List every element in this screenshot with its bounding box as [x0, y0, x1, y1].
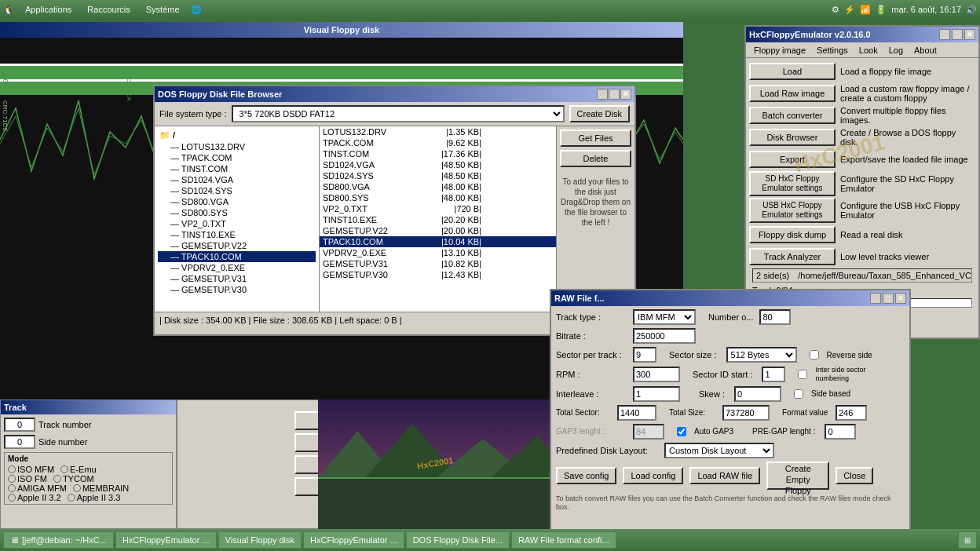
- floppy-maximize-btn[interactable]: □: [609, 89, 620, 100]
- hxc-dump-btn[interactable]: Floppy disk dump: [749, 226, 836, 243]
- systeme-menu[interactable]: Système: [141, 3, 185, 16]
- mode-amiga-mfm[interactable]: AMIGA MFM: [8, 483, 67, 493]
- sector-id-input[interactable]: [762, 367, 785, 382]
- floppy-tree-item[interactable]: — SD800.SYS: [158, 207, 316, 218]
- hxc-disk-browser-btn[interactable]: Disk Browser: [749, 129, 836, 146]
- hxc-load-raw-btn[interactable]: Load Raw image: [749, 85, 836, 102]
- mode-iso-mfm[interactable]: ISO MFM: [8, 465, 54, 474]
- table-row[interactable]: TPACK.COM|9.62 KB|: [320, 137, 556, 148]
- delete-button[interactable]: Delete: [560, 150, 631, 167]
- table-row[interactable]: LOTUS132.DRV|1.35 KB|: [320, 126, 556, 137]
- hxc-export-btn[interactable]: Export: [749, 151, 836, 168]
- taskbar-show-desktop[interactable]: ⊞: [958, 531, 977, 549]
- hxc-menu-floppy[interactable]: Floppy image: [749, 44, 810, 57]
- hxc-menu-look[interactable]: Look: [854, 44, 883, 57]
- raccourcis-menu[interactable]: Raccourcis: [82, 3, 134, 16]
- hxc-close-btn[interactable]: ✕: [964, 29, 975, 40]
- hxc-menu-settings[interactable]: Settings: [812, 44, 853, 57]
- floppy-close-btn[interactable]: ✕: [620, 89, 631, 100]
- floppy-tree-item[interactable]: — GEMSETUP.V22: [158, 240, 316, 251]
- table-row[interactable]: TINST.COM|17.36 KB|: [320, 148, 556, 159]
- side-number-input[interactable]: [4, 435, 35, 449]
- hxc-usb-settings-btn[interactable]: USB HxC FloppyEmulator settings: [749, 198, 836, 223]
- sector-per-track-input[interactable]: [633, 347, 656, 363]
- taskbar-dos-btn[interactable]: DOS Floppy Disk File...: [406, 531, 510, 549]
- save-config-button[interactable]: Save config: [556, 467, 616, 484]
- raw-maximize-btn[interactable]: □: [883, 293, 894, 304]
- raw-close-btn[interactable]: ✕: [895, 293, 906, 304]
- side-based-checkbox[interactable]: [794, 389, 803, 399]
- floppy-tree-item[interactable]: — VP2_0.TXT: [158, 218, 316, 229]
- get-files-button[interactable]: Get Files: [560, 130, 631, 147]
- floppy-tree-item[interactable]: — TINST10.EXE: [158, 229, 316, 240]
- mode-iso-fm[interactable]: ISO FM: [8, 474, 47, 483]
- taskbar-hxc1-btn[interactable]: HxCFloppyEmulator ...: [115, 531, 217, 549]
- taskbar-term-btn[interactable]: 🖥 [jeff@debian: ~/HxC...: [3, 531, 114, 549]
- floppy-tree-item-selected[interactable]: — TPACK10.COM: [158, 251, 316, 262]
- taskbar-hxc2-btn[interactable]: HxCFloppyEmulator ...: [303, 531, 404, 549]
- table-row[interactable]: VP2_0.TXT|720 B|: [320, 203, 556, 214]
- table-row[interactable]: SD1024.SYS|48.50 KB|: [320, 170, 556, 181]
- hxc-menu-log[interactable]: Log: [884, 44, 908, 57]
- floppy-tree-item[interactable]: — SD1024.VGA: [158, 174, 316, 185]
- hxc-load-btn[interactable]: Load: [749, 63, 836, 80]
- sector-size-select[interactable]: 512 Bytes: [726, 347, 797, 363]
- hxc-batch-btn[interactable]: Batch converter: [749, 107, 836, 124]
- mode-tycom[interactable]: TYCOM: [53, 474, 94, 483]
- mode-e-emu[interactable]: E-Emu: [60, 465, 97, 474]
- close-button[interactable]: Close: [836, 467, 873, 484]
- create-empty-floppy-button[interactable]: Create EmptyFloppy: [766, 462, 829, 490]
- total-size-input[interactable]: [722, 405, 770, 421]
- table-row[interactable]: TINST10.EXE|20.20 KB|: [320, 214, 556, 225]
- floppy-tree-item[interactable]: — TPACK.COM: [158, 152, 316, 163]
- pre-gap-input[interactable]: [825, 424, 856, 440]
- floppy-tree-item[interactable]: — VPDRV2_0.EXE: [158, 262, 316, 273]
- table-row[interactable]: SD1024.VGA|48.50 KB|: [320, 159, 556, 170]
- number-input[interactable]: [759, 309, 791, 325]
- inter-side-checkbox[interactable]: [798, 370, 807, 379]
- create-disk-button[interactable]: Create Disk: [569, 105, 630, 122]
- table-row[interactable]: GEMSETUP.V22|20.00 KB|: [320, 225, 556, 236]
- hxc-menu-about[interactable]: About: [909, 44, 942, 57]
- skew-input[interactable]: [734, 386, 781, 402]
- track-type-select[interactable]: IBM MFM: [633, 309, 696, 325]
- floppy-tree-item[interactable]: — SD800.VGA: [158, 196, 316, 207]
- table-row[interactable]: GEMSETUP.V30|12.43 KB|: [320, 269, 556, 280]
- floppy-tree-root[interactable]: 📁 /: [158, 130, 316, 141]
- load-raw-button[interactable]: Load RAW file: [689, 467, 760, 484]
- total-sector-input[interactable]: [617, 405, 656, 421]
- hxc-minimize-btn[interactable]: _: [939, 29, 950, 40]
- floppy-minimize-btn[interactable]: _: [597, 89, 608, 100]
- floppy-tree-item[interactable]: — GEMSETUP.V31: [158, 273, 316, 284]
- hxc-track-analyzer-btn[interactable]: Track Analyzer: [749, 248, 836, 265]
- mode-apple2-33[interactable]: Apple II 3.3: [68, 493, 121, 502]
- floppy-tree-item[interactable]: — LOTUS132.DRV: [158, 141, 316, 152]
- mode-membrain[interactable]: MEMBRAIN: [73, 483, 129, 493]
- floppy-tree-item[interactable]: — TINST.COM: [158, 163, 316, 174]
- hxc-maximize-btn[interactable]: □: [952, 29, 963, 40]
- table-row[interactable]: SD800.SYS|48.00 KB|: [320, 192, 556, 203]
- load-config-button[interactable]: Load config: [623, 467, 683, 484]
- format-value-input[interactable]: [836, 405, 867, 421]
- floppy-tree-item[interactable]: — SD1024.SYS: [158, 185, 316, 196]
- hxc-sd-settings-btn[interactable]: SD HxC FloppyEmulator settings: [749, 171, 836, 196]
- track-number-input[interactable]: [4, 418, 35, 432]
- predefined-select[interactable]: Custom Disk Layout: [664, 443, 774, 458]
- table-row[interactable]: GEMSETUP.V31|10.82 KB|: [320, 258, 556, 269]
- fs-type-select[interactable]: 3*5 720KB DSDD FAT12: [232, 105, 565, 122]
- gap3-input[interactable]: [633, 424, 664, 440]
- bitrate-input[interactable]: [633, 328, 696, 344]
- interleave-input[interactable]: [633, 386, 680, 402]
- table-row[interactable]: SD800.VGA|48.00 KB|: [320, 181, 556, 192]
- auto-gap3-checkbox[interactable]: [677, 427, 686, 436]
- reverse-side-checkbox[interactable]: [810, 350, 819, 359]
- table-row[interactable]: VPDRV2_0.EXE|13.10 KB|: [320, 247, 556, 258]
- rpm-input[interactable]: [633, 367, 680, 382]
- applications-menu[interactable]: Applications: [20, 3, 76, 16]
- taskbar-raw-btn[interactable]: RAW File format confi...: [511, 531, 616, 549]
- table-row-selected[interactable]: TPACK10.COM|10.04 KB|: [320, 236, 556, 247]
- raw-minimize-btn[interactable]: _: [870, 293, 881, 304]
- mode-apple2-32[interactable]: Apple II 3.2: [8, 493, 61, 502]
- floppy-tree-item[interactable]: — GEMSETUP.V30: [158, 284, 316, 295]
- taskbar-vfd-btn[interactable]: Visual Floppy disk: [218, 531, 302, 549]
